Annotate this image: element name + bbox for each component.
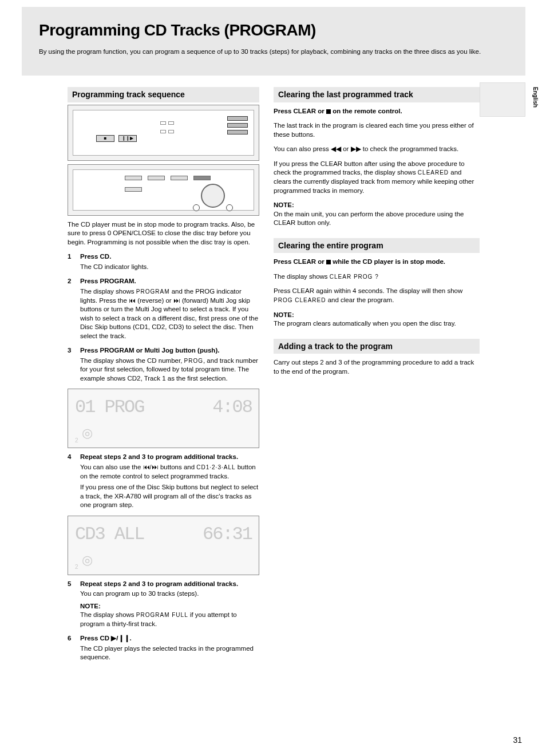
- s1-note: NOTE: On the main unit, you can perform …: [274, 201, 480, 228]
- s2-p1c: Press CLEAR again within 4 seconds. The …: [274, 287, 480, 304]
- note-body: The display shows PROGRAM FULL if you at…: [80, 611, 259, 628]
- lcd-cleared: CLEARED: [418, 169, 449, 176]
- lcd-display-prog: 01 PROG 4:08 2: [68, 389, 259, 448]
- step-3-lead: Press PROGRAM or Multi Jog button (push)…: [80, 346, 259, 355]
- lcd-prog: PROG: [184, 358, 203, 364]
- s1-note-body: On the main unit, you can perform the ab…: [274, 210, 480, 228]
- lcd-progcleared: PROG CLEARED: [274, 297, 326, 303]
- intro-text: The CD player must be in stop mode to pr…: [68, 220, 259, 247]
- cd1-button-illus: [227, 116, 248, 121]
- button-illus-2: [148, 176, 165, 180]
- title-band: Programming CD Tracks (PROGRAM) By using…: [22, 7, 525, 76]
- step-6: 6 Press CD ▶/❙❙. The CD player plays the…: [68, 634, 259, 662]
- skip-prev-icon: ⏮: [143, 463, 150, 472]
- note-label: NOTE:: [274, 201, 294, 208]
- step-num: 2: [68, 277, 76, 341]
- lcd2-sub: 2: [75, 563, 252, 571]
- playpause-button-illus: ❙❙▶: [118, 135, 137, 142]
- s1-p1a: Press CLEAR or on the remote control.: [274, 107, 480, 116]
- step-4: 4 Repeat steps 2 and 3 to program additi…: [68, 453, 259, 509]
- step-3: 3 Press PROGRAM or Multi Jog button (pus…: [68, 346, 259, 383]
- lcd1-left: 01 PROG: [75, 395, 144, 419]
- page-number: 31: [513, 735, 522, 746]
- button-illus-3: [171, 176, 188, 180]
- device-illustration-lower: [68, 164, 259, 216]
- playpause-icon: ▶/❙❙: [111, 635, 129, 642]
- skip-next-icon: ⏭: [173, 296, 180, 306]
- language-tab: English: [480, 82, 525, 117]
- rewind-icon: ◀◀: [331, 145, 341, 152]
- cd3-button-illus: [227, 130, 248, 134]
- step-num: 1: [68, 252, 76, 271]
- step-4-note: If you press one of the Disc Skip button…: [80, 483, 259, 510]
- page-subtitle: By using the program function, you can p…: [39, 47, 508, 56]
- step-5-body: You can program up to 30 tracks (steps).: [80, 589, 259, 599]
- note-label: NOTE:: [274, 311, 294, 318]
- lcd1-right: 4:08: [212, 395, 252, 419]
- stop-icon: [326, 109, 331, 114]
- lcd-cdlist: CD1·2·3·ALL: [196, 464, 235, 470]
- step-num: 4: [68, 453, 76, 509]
- s1-p1b: The last track in the program is cleared…: [274, 121, 480, 139]
- program-button-illus: [193, 176, 211, 180]
- cd-button-illus: [125, 176, 142, 180]
- step-2-lead: Press PROGRAM.: [80, 277, 259, 286]
- step-4-extra: You can also use the ⏮/⏭ buttons and CD1…: [80, 463, 259, 481]
- device-illustration-upper: ■ ❙❙▶: [68, 105, 259, 161]
- lcd2-left: CD3 ALL: [75, 522, 144, 547]
- skip-next-icon: ⏭: [152, 463, 159, 472]
- step-2: 2 Press PROGRAM. The display shows PROGR…: [68, 277, 259, 341]
- step-4-lead: Repeat steps 2 and 3 to program addition…: [80, 453, 259, 462]
- step-6-body: The CD player plays the selected tracks …: [80, 644, 259, 662]
- step-5: 5 Repeat steps 2 and 3 to program additi…: [68, 580, 259, 629]
- language-tab-label: English: [531, 87, 539, 108]
- step-num: 6: [68, 634, 76, 662]
- s1-p1c: You can also press ◀◀ or ▶▶ to check the…: [274, 145, 480, 154]
- step-1: 1 Press CD. The CD indicator lights.: [68, 252, 259, 271]
- left-column: Programming track sequence ■ ❙❙▶: [68, 87, 259, 668]
- step-1-lead: Press CD.: [80, 252, 259, 262]
- clear-button-illus: [125, 187, 142, 192]
- s2-note-body: The program clears automatically when yo…: [274, 319, 480, 328]
- s3-p1: Carry out steps 2 and 3 of the programmi…: [274, 358, 480, 376]
- stop-button-illus: ■: [96, 135, 114, 142]
- section-head-clear-all: Clearing the entire program: [274, 238, 480, 254]
- s2-note: NOTE: The program clears automatically w…: [274, 311, 480, 328]
- multi-jog-dial-illus: [201, 184, 225, 208]
- section-head-programming: Programming track sequence: [68, 87, 259, 102]
- lcd1-sub: 2: [75, 437, 252, 445]
- lcd-program: PROGRAM: [136, 288, 170, 295]
- step-1-body: The CD indicator lights.: [80, 263, 259, 272]
- s2-p1b: The display shows CLEAR PROG ?: [274, 272, 480, 282]
- cd2-button-illus: [227, 123, 248, 128]
- skip-prev-icon: ⏮: [129, 296, 136, 306]
- section-head-add-track: Adding a track to the program: [274, 339, 480, 354]
- step-6-lead: Press CD ▶/❙❙.: [80, 634, 259, 643]
- s2-p1a: Press CLEAR or while the CD player is in…: [274, 258, 480, 267]
- step-5-lead: Repeat steps 2 and 3 to program addition…: [80, 580, 259, 589]
- step-num: 5: [68, 580, 76, 629]
- lcd-clearprog: CLEAR PROG ?: [330, 274, 379, 280]
- page-title: Programming CD Tracks (PROGRAM): [39, 19, 508, 41]
- stop-icon: [326, 260, 331, 264]
- lcd-programfull: PROGRAM FULL: [136, 612, 188, 618]
- note-label: NOTE:: [80, 603, 101, 609]
- right-column: Clearing the last programmed track Press…: [274, 87, 480, 382]
- step-num: 3: [68, 346, 76, 383]
- step-3-body: The display shows the CD number, PROG, a…: [80, 357, 259, 383]
- section-head-clear-last: Clearing the last programmed track: [274, 87, 480, 102]
- s1-p1d: If you press the CLEAR button after usin…: [274, 160, 480, 195]
- lcd-display-cd3all: CD3 ALL 66:31 2: [68, 516, 259, 575]
- step-5-note: NOTE: The display shows PROGRAM FULL if …: [80, 602, 259, 629]
- fastforward-icon: ▶▶: [351, 145, 361, 152]
- step-2-body: The display shows PROGRAM and the PROG i…: [80, 287, 259, 341]
- lcd2-right: 66:31: [203, 522, 252, 547]
